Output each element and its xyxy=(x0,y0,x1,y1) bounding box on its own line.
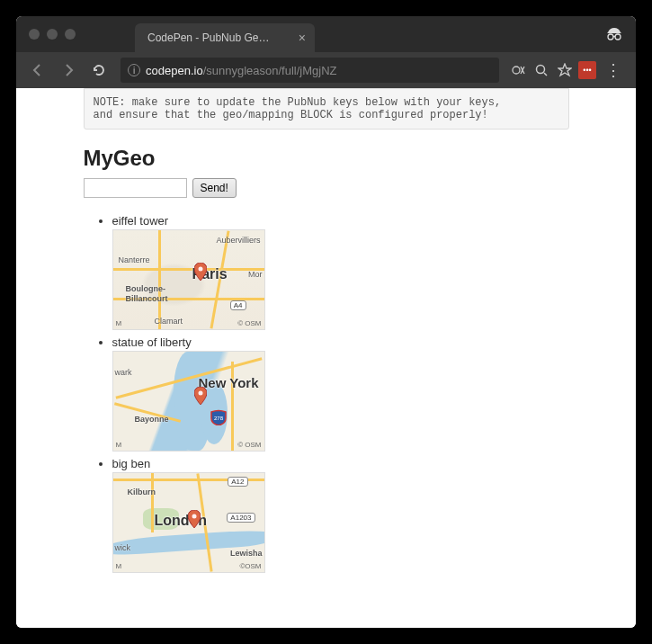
map-place-label: wick xyxy=(115,543,131,552)
road-shield: A4 xyxy=(230,300,246,310)
road-shield: A12 xyxy=(228,477,247,487)
site-info-icon[interactable]: i xyxy=(128,64,140,76)
url-host: codepen.io xyxy=(146,64,203,77)
bookmark-star-icon[interactable] xyxy=(555,60,575,80)
extension-badge[interactable]: ••• xyxy=(578,61,596,79)
forward-button[interactable] xyxy=(56,58,81,83)
svg-point-0 xyxy=(608,34,613,40)
zoom-icon[interactable] xyxy=(531,60,551,80)
map-place-label: Clamart xyxy=(155,317,183,326)
map-attribution: ©OSM xyxy=(239,562,261,570)
svg-text:278: 278 xyxy=(213,416,223,421)
map-place-label: Lewisha xyxy=(230,549,263,558)
result-label: big ben xyxy=(112,457,569,470)
traffic-lights xyxy=(29,29,76,40)
results-list: eiffel tower Nanterre Aubervilliers Pari… xyxy=(112,214,569,573)
translate-icon[interactable] xyxy=(508,60,528,80)
map-attribution: M xyxy=(116,562,122,570)
list-item: eiffel tower Nanterre Aubervilliers Pari… xyxy=(112,214,569,330)
note-box: NOTE: make sure to update the PubNub key… xyxy=(84,88,569,130)
map-pin-icon xyxy=(194,263,207,283)
menu-button[interactable]: ⋮ xyxy=(600,60,627,80)
map-attribution: M xyxy=(116,441,122,449)
map-place-label: wark xyxy=(115,368,132,377)
map-pin-icon xyxy=(194,387,207,407)
window-minimize-button[interactable] xyxy=(47,29,58,40)
result-label: eiffel tower xyxy=(112,214,569,228)
geo-input[interactable] xyxy=(84,178,187,198)
map-place-label: Nanterre xyxy=(119,255,150,264)
send-button[interactable]: Send! xyxy=(192,178,237,198)
road-shield: A1203 xyxy=(227,513,255,523)
map-place-label: Bayonne xyxy=(135,415,169,424)
map-city-label: New York xyxy=(199,375,259,390)
svg-point-4 xyxy=(198,267,202,272)
map-place-label: Billancourt xyxy=(126,294,168,303)
map-place-label: Kilburn xyxy=(128,487,156,496)
window-maximize-button[interactable] xyxy=(65,29,76,40)
svg-point-3 xyxy=(537,66,545,74)
svg-point-7 xyxy=(192,514,197,518)
map-place-label: Aubervilliers xyxy=(216,236,260,245)
map-attribution: M xyxy=(116,319,122,327)
page-content: NOTE: make sure to update the PubNub key… xyxy=(16,88,636,628)
url-path: /sunnygleason/full/jMgjNZ xyxy=(203,64,337,77)
svg-point-6 xyxy=(198,390,202,395)
map-thumbnail[interactable]: wark New York Bayonne 278 M © OSM xyxy=(112,351,265,452)
map-thumbnail[interactable]: Kilburn A12 London A1203 wick Lewisha M … xyxy=(112,472,265,573)
reload-button[interactable] xyxy=(86,58,112,83)
browser-window: CodePen - PubNub Geocoding × i codepen.i… xyxy=(16,16,636,628)
map-attribution: © OSM xyxy=(237,441,261,449)
titlebar: CodePen - PubNub Geocoding × xyxy=(16,16,636,52)
incognito-icon xyxy=(605,27,623,45)
map-thumbnail[interactable]: Nanterre Aubervilliers Paris Mor Boulogn… xyxy=(112,229,265,330)
map-place-label: Mor xyxy=(248,270,263,279)
window-close-button[interactable] xyxy=(29,29,40,40)
tab-title: CodePen - PubNub Geocoding xyxy=(147,31,272,44)
svg-point-1 xyxy=(615,34,621,40)
browser-tab[interactable]: CodePen - PubNub Geocoding × xyxy=(135,23,315,52)
map-pin-icon xyxy=(188,510,201,531)
back-button[interactable] xyxy=(25,58,50,83)
map-place-label: Boulogne- xyxy=(126,284,166,293)
map-attribution: © OSM xyxy=(237,319,261,327)
page-title: MyGeo xyxy=(84,146,569,171)
list-item: big ben Kilburn A12 London A1203 wick Le… xyxy=(112,457,569,573)
svg-point-2 xyxy=(513,67,520,74)
address-bar[interactable]: i codepen.io/sunnygleason/full/jMgjNZ xyxy=(121,58,499,83)
road-shield: 278 xyxy=(210,409,227,425)
toolbar-right: ••• ⋮ xyxy=(508,60,627,80)
close-icon[interactable]: × xyxy=(299,31,306,45)
input-row: Send! xyxy=(84,178,569,198)
toolbar: i codepen.io/sunnygleason/full/jMgjNZ ••… xyxy=(16,52,636,88)
list-item: statue of liberty wark New York Bayonne … xyxy=(112,335,569,452)
result-label: statue of liberty xyxy=(112,335,569,349)
